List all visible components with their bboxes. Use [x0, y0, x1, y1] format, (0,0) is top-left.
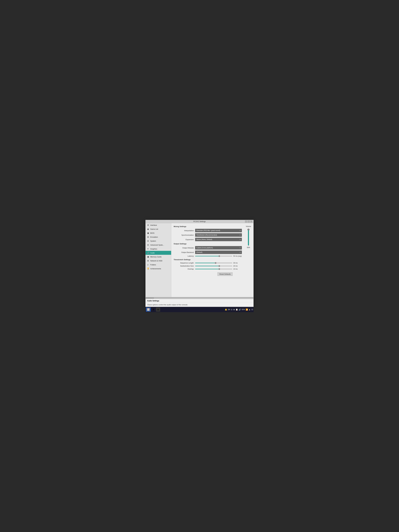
seekwindow-slider-track[interactable]	[195, 266, 232, 266]
sidebar-label-network-hdd: Network & HDD	[150, 260, 162, 262]
latency-label: Latency:	[174, 255, 194, 257]
bios-icon: ▣	[147, 232, 149, 234]
seekwindow-row: Seekwindow Size: 20 ms	[174, 265, 242, 267]
sidebar-item-memory-cards[interactable]: ▣ Memory Cards	[146, 255, 171, 259]
game-list-icon: ◉	[147, 228, 149, 230]
horizontal-scrollbar[interactable]	[146, 297, 253, 299]
interpolation-row: Interpolation: Gaussian (PS2-like / grea…	[174, 229, 242, 232]
sidebar-label-system: System	[150, 240, 156, 242]
memory-cards-icon: ▣	[147, 256, 149, 258]
seekwindow-slider-thumb[interactable]	[219, 265, 220, 267]
tray-language[interactable]: EN	[228, 309, 230, 310]
sidebar-label-advanced-system: Advanced Syste...	[150, 244, 164, 246]
latency-value: 50 ms (avg)	[233, 255, 242, 257]
sequence-label: Sequence Length:	[174, 262, 194, 264]
volume-section: Volume 93%	[246, 226, 251, 248]
tray-wifi-icon[interactable]: 📶	[246, 309, 248, 310]
overlap-slider-track[interactable]	[195, 269, 232, 269]
expansion-select[interactable]: Stereo (None, Default)	[195, 238, 242, 241]
volume-slider-thumb[interactable]	[247, 229, 249, 230]
tray-battery: 91%	[242, 309, 245, 310]
volume-slider-fill	[248, 230, 249, 246]
volume-slider-track-wrapper	[247, 228, 250, 246]
sequence-slider-track[interactable]	[195, 263, 232, 263]
tray-clock: 12	[251, 309, 253, 310]
overlap-value: 10 ms	[233, 268, 242, 270]
interpolation-select[interactable]: Gaussian (PS2-like / great sound)	[195, 229, 242, 232]
tray-volume-icon[interactable]: 🔊	[239, 309, 241, 310]
sidebar-label-graphics: Graphics	[150, 248, 157, 250]
sidebar-item-audio[interactable]: 🔊 Audio	[146, 251, 171, 255]
output-backend-select[interactable]: (Default)	[195, 251, 242, 254]
window-body: ⚙ Interface ◉ Game List ▣ BIOS ⊞ Emulati…	[146, 223, 253, 297]
taskbar-tray: 🔔 EN ⊙ ⊕ 📋 🔊 91% 📶 ▲ 12	[225, 309, 253, 310]
sidebar-item-system[interactable]: ⊟ System	[146, 239, 171, 243]
output-backend-label: Output Backend:	[174, 251, 194, 253]
latency-slider-thumb[interactable]	[219, 255, 220, 257]
sequence-slider-container: 30 ms	[195, 262, 242, 264]
output-backend-row: Output Backend: (Default)	[174, 251, 242, 254]
pcsx2-settings-window: PCSX2 Settings ─ □ ✕ ⚙ Interface ◉ Game …	[146, 220, 253, 307]
sidebar-item-game-list[interactable]: ◉ Game List	[146, 227, 171, 231]
sidebar-label-folders: Folders	[150, 264, 156, 266]
network-hdd-icon: ⊞	[147, 260, 149, 262]
bottom-title: Audio Settings	[146, 299, 253, 303]
volume-slider-track[interactable]	[248, 228, 249, 246]
titlebar-controls: ─ □ ✕	[245, 221, 252, 223]
synchronization-select-wrapper: TimeStretch (Recommended)	[195, 233, 242, 237]
tray-steam-icon[interactable]: ⊙	[231, 309, 233, 310]
expansion-select-wrapper: Stereo (None, Default)	[195, 238, 242, 241]
sidebar-item-emulation[interactable]: ⊞ Emulation	[146, 235, 171, 239]
volume-label: Volume	[246, 226, 251, 227]
output-module-select[interactable]: Cubeb (Cross-platform)	[195, 246, 242, 249]
reset-defaults-button[interactable]: Reset Defaults	[217, 272, 233, 276]
close-button[interactable]: ✕	[250, 221, 252, 223]
sidebar-item-graphics[interactable]: ✏ Graphics	[146, 247, 171, 251]
sidebar-item-advanced-system[interactable]: ⊟ Advanced Syste...	[146, 243, 171, 247]
tray-network-icon[interactable]: ⊕	[233, 309, 235, 310]
tray-bell-icon[interactable]: 🔔	[225, 309, 227, 310]
window-title: PCSX2 Settings	[193, 221, 206, 222]
system-icon: ⊟	[147, 240, 149, 242]
overlap-slider-thumb[interactable]	[219, 268, 220, 270]
latency-slider-track[interactable]	[195, 256, 232, 256]
seekwindow-label: Seekwindow Size:	[174, 265, 194, 267]
tray-clipboard-icon[interactable]: 📋	[236, 309, 238, 310]
seekwindow-slider-container: 20 ms	[195, 265, 242, 267]
synchronization-label: Synchronization:	[174, 234, 194, 236]
folders-icon: ▷	[147, 264, 149, 266]
sidebar-label-memory-cards: Memory Cards	[150, 256, 162, 258]
sequence-slider-fill	[195, 263, 215, 263]
sidebar-item-network-hdd[interactable]: ⊞ Network & HDD	[146, 259, 171, 263]
overlap-label: Overlap:	[174, 268, 194, 270]
sidebar-item-bios[interactable]: ▣ BIOS	[146, 231, 171, 235]
maximize-button[interactable]: □	[248, 221, 250, 223]
taskbar-icon-desktop[interactable]: 🖥	[151, 307, 155, 312]
sidebar-item-achievements[interactable]: 🏆 Achievements	[146, 267, 171, 271]
scrollbar-thumb[interactable]	[146, 298, 154, 299]
advanced-system-icon: ⊟	[147, 244, 149, 246]
sidebar-item-folders[interactable]: ▷ Folders	[146, 263, 171, 267]
tray-arrow-icon[interactable]: ▲	[249, 309, 251, 310]
sidebar-label-interface: Interface	[150, 224, 157, 226]
start-button[interactable]: 🪟	[146, 307, 151, 312]
taskbar-icon-pcsx2[interactable]: ⚙	[156, 307, 160, 312]
minimize-button[interactable]: ─	[245, 221, 247, 223]
sidebar-item-interface[interactable]: ⚙ Interface	[146, 223, 171, 227]
scrollbar-track[interactable]	[146, 298, 253, 299]
sidebar-label-game-list: Game List	[150, 228, 158, 230]
synchronization-select[interactable]: TimeStretch (Recommended)	[195, 233, 242, 237]
output-backend-select-wrapper: (Default)	[195, 251, 242, 254]
volume-percent: 93%	[247, 247, 250, 248]
timestretch-title: Timestretch Settings	[174, 259, 242, 261]
sidebar-label-achievements: Achievements	[150, 268, 161, 270]
latency-slider-fill	[195, 256, 219, 256]
output-module-select-wrapper: Cubeb (Cross-platform)	[195, 246, 242, 249]
output-settings-title: Output Settings	[174, 243, 242, 245]
sidebar: ⚙ Interface ◉ Game List ▣ BIOS ⊞ Emulati…	[146, 223, 171, 297]
synchronization-row: Synchronization: TimeStretch (Recommende…	[174, 233, 242, 237]
sequence-slider-thumb[interactable]	[215, 262, 216, 264]
content-inner: Volume 93% Mixing Settings Interpolation…	[174, 226, 251, 270]
interpolation-label: Interpolation:	[174, 230, 194, 232]
overlap-row: Overlap: 10 ms	[174, 268, 242, 270]
